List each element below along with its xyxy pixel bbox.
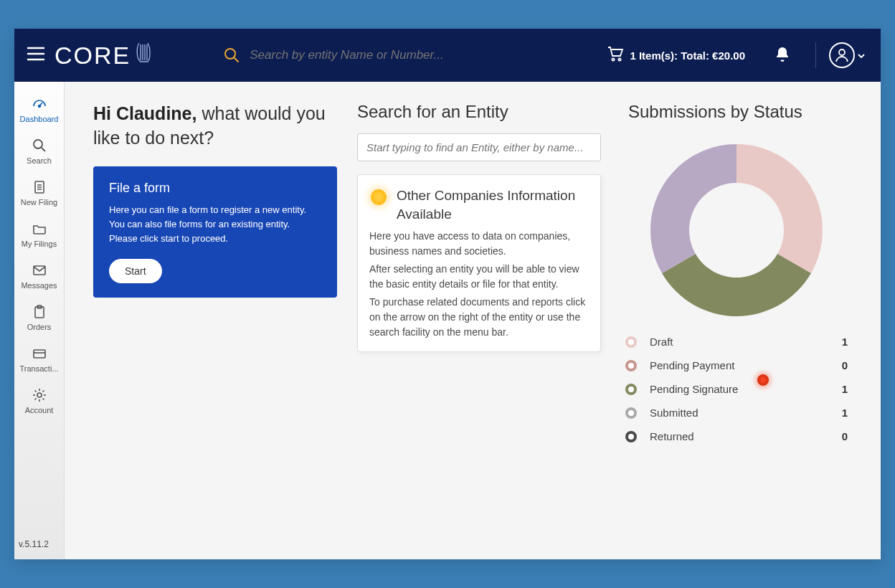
legend-label: Draft xyxy=(650,336,823,348)
legend-count: 1 xyxy=(836,336,848,348)
content-area: Hi Claudine, what would you like to do n… xyxy=(65,82,881,559)
account-menu[interactable] xyxy=(815,42,865,68)
legend-count: 1 xyxy=(836,383,848,395)
chevron-down-icon xyxy=(858,49,865,62)
submissions-donut-chart xyxy=(621,141,852,320)
file-form-card: File a form Here you can file a form to … xyxy=(93,166,337,298)
menu-toggle[interactable] xyxy=(22,46,50,65)
legend-count: 0 xyxy=(836,359,848,371)
sun-icon xyxy=(371,189,387,205)
start-button[interactable]: Start xyxy=(109,259,162,283)
submissions-legend: Draft1Pending Payment0Pending Signature1… xyxy=(621,336,852,442)
greeting: Hi Claudine, what would you like to do n… xyxy=(93,102,337,151)
file-form-title: File a form xyxy=(109,181,321,196)
gauge-icon xyxy=(32,96,47,112)
legend-dot-icon xyxy=(625,384,637,395)
svg-point-11 xyxy=(37,393,42,397)
sidebar-item-label: Account xyxy=(25,406,54,414)
sidebar-item-messages[interactable]: Messages xyxy=(14,255,64,297)
sidebar-item-my-filings[interactable]: My Filings xyxy=(14,214,64,255)
file-form-line: You can also file forms for an existing … xyxy=(109,217,321,232)
info-card-text: After selecting an entity you will be ab… xyxy=(369,262,589,292)
sidebar-item-label: My Filings xyxy=(22,240,57,248)
folder-icon xyxy=(32,221,47,237)
global-search xyxy=(224,47,589,63)
info-card-text: To purchase related documents and report… xyxy=(369,295,589,340)
greeting-name: Hi Claudine, xyxy=(93,103,196,123)
sidebar-item-label: Messages xyxy=(21,281,57,290)
legend-dot-icon xyxy=(625,431,637,442)
cart-summary: 1 Item(s): Total: €20.00 xyxy=(630,49,745,62)
envelope-icon xyxy=(32,262,47,278)
legend-dot-icon xyxy=(625,336,637,348)
sidebar-item-label: Transacti... xyxy=(20,364,59,373)
sidebar-item-transactions[interactable]: Transacti... xyxy=(14,338,64,380)
file-form-line: Here you can file a form to register a n… xyxy=(109,203,321,217)
donut-slice[interactable] xyxy=(662,254,811,316)
legend-label: Pending Signature xyxy=(650,383,823,395)
sidebar-item-dashboard[interactable]: Dashboard xyxy=(14,89,64,131)
topbar: CORE 1 Item(s): Total: €20.00 xyxy=(14,29,881,82)
logo-text: CORE xyxy=(55,42,131,70)
svg-rect-10 xyxy=(34,350,45,358)
sidebar-item-label: New Filing xyxy=(21,198,57,207)
card-icon xyxy=(32,346,47,361)
legend-row[interactable]: Pending Payment0 xyxy=(625,359,848,371)
sidebar: Dashboard Search New Filing My Filings M… xyxy=(14,82,65,559)
submissions-title: Submissions by Status xyxy=(628,102,852,122)
legend-count: 0 xyxy=(836,430,848,442)
file-lines-icon xyxy=(32,179,47,195)
legend-label: Pending Payment xyxy=(650,359,823,371)
entity-search-input[interactable] xyxy=(357,133,601,161)
donut-slice[interactable] xyxy=(737,144,823,273)
cart-button[interactable]: 1 Item(s): Total: €20.00 xyxy=(607,46,745,65)
gear-icon xyxy=(32,387,47,403)
avatar-icon xyxy=(829,42,855,68)
legend-dot-icon xyxy=(625,407,637,419)
cursor-indicator xyxy=(757,374,769,386)
info-card-title: Other Companies Information Available xyxy=(397,186,589,223)
svg-point-5 xyxy=(34,140,42,148)
global-search-input[interactable] xyxy=(250,48,589,62)
sidebar-item-orders[interactable]: Orders xyxy=(14,297,64,338)
info-card: Other Companies Information Available He… xyxy=(357,174,601,352)
svg-point-3 xyxy=(839,49,845,55)
info-card-text: Here you have access to data on companie… xyxy=(369,229,589,259)
legend-dot-icon xyxy=(625,360,637,371)
donut-slice[interactable] xyxy=(650,144,737,273)
sidebar-item-label: Search xyxy=(27,156,52,165)
legend-label: Submitted xyxy=(650,407,823,419)
legend-label: Returned xyxy=(650,430,823,442)
sidebar-item-label: Dashboard xyxy=(20,115,59,123)
svg-point-1 xyxy=(612,58,615,60)
legend-row[interactable]: Draft1 xyxy=(625,336,848,348)
legend-count: 1 xyxy=(836,407,848,419)
sidebar-item-new-filing[interactable]: New Filing xyxy=(14,172,64,214)
app-logo[interactable]: CORE xyxy=(55,40,152,70)
notifications-button[interactable] xyxy=(775,46,790,65)
svg-point-4 xyxy=(38,105,40,108)
search-icon xyxy=(32,138,47,153)
search-icon xyxy=(224,47,240,63)
legend-row[interactable]: Submitted1 xyxy=(625,407,848,419)
file-form-line: Please click start to proceed. xyxy=(109,232,321,246)
harp-icon xyxy=(135,40,152,70)
cart-icon xyxy=(607,46,624,65)
search-section-title: Search for an Entity xyxy=(357,102,601,122)
legend-row[interactable]: Returned0 xyxy=(625,430,848,442)
sidebar-item-label: Orders xyxy=(27,323,52,331)
svg-point-2 xyxy=(619,58,621,60)
sidebar-item-account[interactable]: Account xyxy=(14,380,64,422)
version-label: v.5.11.2 xyxy=(14,529,64,559)
legend-row[interactable]: Pending Signature1 xyxy=(625,383,848,395)
sidebar-item-search[interactable]: Search xyxy=(14,131,64,172)
clipboard-icon xyxy=(32,304,47,320)
